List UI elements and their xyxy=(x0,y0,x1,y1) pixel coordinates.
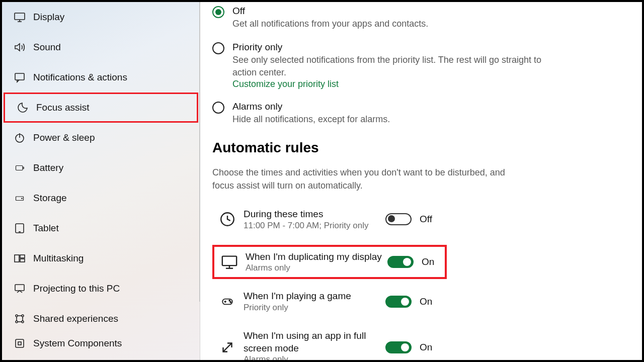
settings-window: Display Sound Notifications & actions Fo… xyxy=(0,0,644,362)
main-panel: Off Get all notifications from your apps… xyxy=(200,2,642,360)
sidebar: Display Sound Notifications & actions Fo… xyxy=(2,2,200,360)
option-title: Priority only xyxy=(232,41,544,54)
sidebar-item-label: Multitasking xyxy=(33,253,84,264)
sidebar-item-tablet[interactable]: Tablet xyxy=(2,213,200,243)
toggle-during-times[interactable] xyxy=(385,213,412,225)
rule-title: During these times xyxy=(244,208,385,221)
svg-point-20 xyxy=(22,321,24,323)
rule-playing-game[interactable]: When I'm playing a game Priority only On xyxy=(212,287,630,316)
sidebar-item-label: Tablet xyxy=(33,223,59,234)
sidebar-item-label: Shared experiences xyxy=(33,313,118,324)
projecting-icon xyxy=(13,282,26,295)
svg-rect-16 xyxy=(15,285,24,291)
svg-point-34 xyxy=(229,300,230,301)
battery-icon xyxy=(13,161,26,174)
radio-icon xyxy=(212,42,224,54)
sidebar-item-multitasking[interactable]: Multitasking xyxy=(2,243,200,274)
customize-priority-link[interactable]: Customize your priority list xyxy=(232,79,544,89)
svg-rect-8 xyxy=(23,167,24,169)
sidebar-item-label: Storage xyxy=(33,193,67,204)
rule-sub: Priority only xyxy=(244,303,385,313)
toggle-full-screen[interactable] xyxy=(385,341,412,353)
sidebar-item-projecting[interactable]: Projecting to this PC xyxy=(2,274,200,304)
radio-selected-icon xyxy=(212,6,224,18)
message-icon xyxy=(13,71,26,84)
svg-rect-0 xyxy=(15,13,25,20)
svg-point-10 xyxy=(22,198,23,199)
svg-rect-4 xyxy=(15,73,24,80)
clock-icon xyxy=(217,209,237,229)
option-title: Alarms only xyxy=(232,101,390,113)
sidebar-item-label: Projecting to this PC xyxy=(33,283,120,294)
svg-point-18 xyxy=(22,315,24,317)
automatic-rules-heading: Automatic rules xyxy=(212,140,630,156)
toggle-state-label: On xyxy=(422,256,434,267)
highlighted-rule-box: When I'm duplicating my display Alarms o… xyxy=(212,245,447,280)
toggle-state-label: On xyxy=(420,296,432,307)
toggle-state-label: On xyxy=(420,342,432,353)
sidebar-item-storage[interactable]: Storage xyxy=(2,183,200,213)
option-desc: See only selected notifications from the… xyxy=(232,54,544,79)
rule-title: When I'm playing a game xyxy=(244,290,385,303)
sidebar-divider xyxy=(199,2,200,302)
sidebar-item-focus-assist[interactable]: Focus assist xyxy=(4,93,198,123)
option-desc: Hide all notifications, except for alarm… xyxy=(232,113,390,126)
components-icon xyxy=(13,337,26,350)
option-title: Off xyxy=(232,5,428,18)
sidebar-item-notifications[interactable]: Notifications & actions xyxy=(2,62,200,93)
svg-rect-25 xyxy=(16,339,24,347)
svg-point-17 xyxy=(16,315,18,317)
expand-icon xyxy=(217,337,237,357)
sidebar-item-shared-experiences[interactable]: Shared experiences xyxy=(2,304,200,334)
toggle-state-label: Off xyxy=(420,214,432,225)
svg-rect-13 xyxy=(15,255,19,262)
sidebar-item-system-components[interactable]: System Components xyxy=(2,334,200,353)
svg-rect-28 xyxy=(222,256,236,265)
automatic-rules-desc: Choose the times and activities when you… xyxy=(212,166,514,192)
svg-marker-3 xyxy=(15,44,20,51)
monitor-icon xyxy=(219,252,239,272)
sidebar-item-label: Power & sleep xyxy=(33,132,95,143)
sidebar-item-label: Notifications & actions xyxy=(33,72,127,83)
storage-icon xyxy=(13,192,26,205)
svg-rect-26 xyxy=(18,342,21,345)
svg-point-19 xyxy=(16,321,18,323)
toggle-playing-game[interactable] xyxy=(385,296,412,308)
svg-point-35 xyxy=(230,302,231,303)
rule-sub: Alarms only xyxy=(246,263,387,273)
sidebar-item-sound[interactable]: Sound xyxy=(2,32,200,62)
rule-full-screen-mode[interactable]: When I'm using an app in full screen mod… xyxy=(212,327,630,360)
rule-title: When I'm duplicating my display xyxy=(246,251,387,263)
sidebar-item-label: Focus assist xyxy=(36,102,90,113)
svg-rect-15 xyxy=(20,259,25,262)
multitasking-icon xyxy=(13,252,26,265)
rule-duplicating-display[interactable]: When I'm duplicating my display Alarms o… xyxy=(217,251,442,274)
monitor-icon xyxy=(13,11,26,24)
svg-rect-7 xyxy=(16,166,23,170)
sound-icon xyxy=(13,41,26,54)
rule-title: When I'm using an app in full screen mod… xyxy=(244,330,385,354)
power-icon xyxy=(13,131,26,144)
shared-icon xyxy=(13,312,26,325)
rule-sub: 11:00 PM - 7:00 AM; Priority only xyxy=(244,221,385,231)
gamepad-icon xyxy=(217,292,237,312)
sidebar-item-display[interactable]: Display xyxy=(2,2,200,32)
sidebar-item-power-sleep[interactable]: Power & sleep xyxy=(2,123,200,153)
option-desc: Get all notifications from your apps and… xyxy=(232,18,428,30)
toggle-duplicating-display[interactable] xyxy=(387,256,414,268)
sidebar-item-battery[interactable]: Battery xyxy=(2,153,200,183)
sidebar-item-label: Display xyxy=(33,12,64,23)
focus-option-alarms-only[interactable]: Alarms only Hide all notifications, exce… xyxy=(212,101,630,126)
rule-sub: Alarms only xyxy=(244,354,385,360)
tablet-icon xyxy=(13,222,26,235)
focus-option-priority-only[interactable]: Priority only See only selected notifica… xyxy=(212,41,630,89)
moon-icon xyxy=(16,101,29,114)
sidebar-item-label: System Components xyxy=(33,338,122,349)
focus-option-off[interactable]: Off Get all notifications from your apps… xyxy=(212,5,630,30)
rule-during-these-times[interactable]: During these times 11:00 PM - 7:00 AM; P… xyxy=(212,205,630,234)
sidebar-item-label: Sound xyxy=(33,42,61,53)
sidebar-item-label: Battery xyxy=(33,162,63,173)
svg-line-36 xyxy=(223,343,232,351)
radio-icon xyxy=(212,102,224,114)
svg-rect-14 xyxy=(20,255,25,258)
